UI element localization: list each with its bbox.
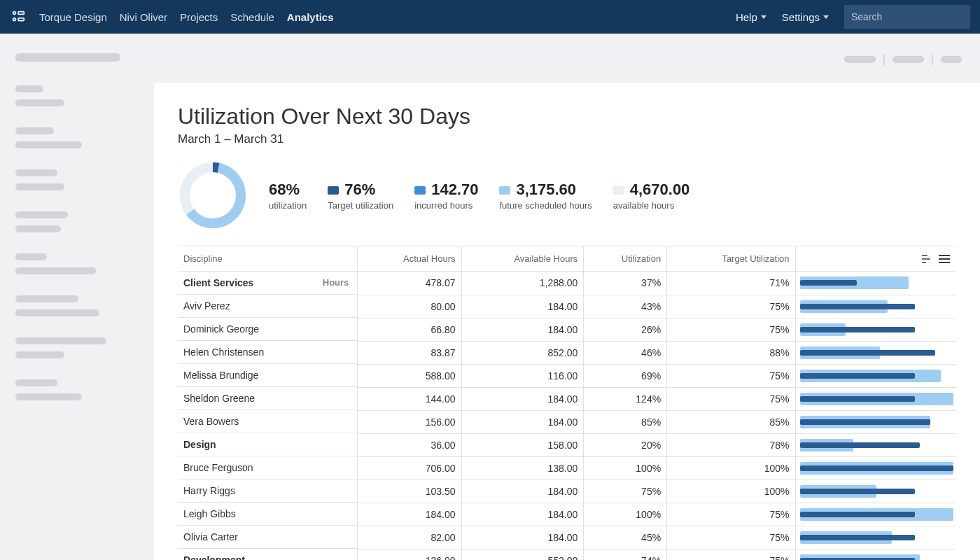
nav-schedule[interactable]: Schedule: [230, 11, 274, 23]
cell-util: 75%: [584, 479, 667, 503]
sidebar-skeleton: [15, 295, 78, 302]
topbar-right: Help Settings: [736, 5, 970, 29]
util-bar: [800, 485, 954, 498]
view-list-icon[interactable]: [938, 254, 951, 264]
table-row[interactable]: Design36.00158.0020%78%: [178, 433, 956, 456]
table-row[interactable]: Melissa Brundige588.00116.0069%75%: [178, 364, 956, 387]
cell-bar: [795, 479, 956, 503]
sidebar-skeleton: [15, 211, 68, 218]
th-utilization[interactable]: Utilization: [584, 246, 667, 272]
help-menu[interactable]: Help: [736, 11, 766, 23]
nav-projects[interactable]: Projects: [180, 11, 218, 23]
utilization-table: Discipline Actual Hours Available Hours …: [178, 246, 956, 560]
sidebar-skeleton: [15, 225, 61, 232]
table-row[interactable]: Bruce Ferguson706.00138.00100%100%: [178, 456, 956, 479]
util-bar: [800, 370, 954, 382]
table-row[interactable]: Aviv Perez80.00184.0043%75%: [178, 295, 956, 318]
cell-actual: 36.00: [358, 433, 461, 456]
row-name: Vera Bowers: [183, 416, 239, 427]
breadcrumb-separator: |: [883, 53, 886, 66]
table-row[interactable]: Olivia Carter82.00184.0045%75%: [178, 526, 956, 549]
cell-bar: [795, 295, 956, 318]
help-label: Help: [736, 11, 757, 23]
cell-available: 552.00: [461, 549, 584, 560]
main-area: | | Utilization Over Next 30 Days March …: [154, 34, 980, 560]
cell-name: Client ServicesHours: [178, 272, 357, 295]
cell-target: 71%: [667, 272, 795, 295]
th-available[interactable]: Available Hours: [461, 246, 584, 272]
nav-brand[interactable]: Torque Design: [39, 11, 107, 23]
row-name: Olivia Carter: [183, 531, 238, 542]
cell-bar: [795, 433, 956, 456]
search-input[interactable]: [851, 11, 963, 22]
util-bar: [800, 393, 954, 405]
row-name: Sheldon Greene: [183, 393, 255, 404]
cell-target: 75%: [667, 549, 795, 560]
stat-label: utilization: [269, 200, 307, 211]
table-row[interactable]: Dominick George66.80184.0026%75%: [178, 318, 956, 341]
util-bar: [800, 508, 954, 521]
cell-target: 75%: [667, 387, 795, 410]
util-bar: [800, 439, 954, 451]
sidebar-skeleton: [15, 253, 47, 260]
cell-available: 138.00: [461, 456, 584, 479]
cell-util: 100%: [584, 456, 667, 479]
view-compact-icon[interactable]: [921, 254, 934, 264]
cell-available: 158.00: [461, 433, 584, 456]
cell-name: Leigh Gibbs: [178, 503, 357, 526]
cell-actual: 184.00: [358, 503, 461, 526]
stat-incurred: 142.70 incurred hours: [414, 181, 478, 211]
th-discipline[interactable]: Discipline: [178, 246, 358, 272]
cell-actual: 588.00: [358, 364, 461, 387]
cell-util: 26%: [584, 318, 667, 341]
brand-icon[interactable]: [10, 8, 27, 25]
cell-bar: [795, 410, 956, 433]
cell-available: 184.00: [461, 410, 584, 433]
cell-bar: [795, 341, 956, 364]
util-bar: [800, 323, 954, 336]
row-name: Design: [183, 439, 216, 450]
th-actual[interactable]: Actual Hours: [358, 246, 461, 272]
table-row[interactable]: Harry Riggs103.50184.0075%100%: [178, 479, 956, 503]
table-row[interactable]: Leigh Gibbs184.00184.00100%75%: [178, 503, 956, 526]
nav-user[interactable]: Nivi Oliver: [120, 11, 167, 23]
cell-actual: 144.00: [358, 387, 461, 410]
settings-menu[interactable]: Settings: [782, 11, 829, 23]
table-row[interactable]: Sheldon Greene144.00184.00124%75%: [178, 387, 956, 410]
sidebar-skeleton: [15, 127, 54, 134]
th-target[interactable]: Target Utilization: [667, 246, 795, 272]
chevron-down-icon: [761, 15, 766, 19]
cell-util: 20%: [584, 433, 667, 456]
row-name: Dominick George: [183, 323, 259, 335]
cell-available: 184.00: [461, 479, 584, 503]
cell-name: Vera Bowers: [178, 410, 357, 433]
table-row[interactable]: Helen Christensen83.87852.0046%88%: [178, 341, 956, 364]
util-bar: [800, 416, 954, 428]
swatch-icon: [499, 186, 510, 195]
stat-value: 3,175.60: [516, 181, 576, 199]
stat-utilization: 68% utilization: [269, 181, 307, 211]
cell-util: 43%: [584, 295, 667, 318]
sidebar-skeleton: [15, 99, 64, 106]
table-row[interactable]: Client ServicesHours478.071,288.0037%71%: [178, 272, 956, 295]
cell-target: 75%: [667, 318, 795, 341]
table-row[interactable]: Vera Bowers156.00184.0085%85%: [178, 410, 956, 433]
table-row[interactable]: Development136.00552.0074%75%: [178, 549, 956, 560]
cell-target: 100%: [667, 479, 795, 503]
breadcrumb-skeleton: [892, 56, 924, 63]
search-box[interactable]: [844, 5, 970, 29]
cell-bar: [795, 456, 956, 479]
cell-actual: 478.07: [358, 272, 461, 295]
util-bar: [800, 300, 954, 313]
nav-analytics[interactable]: Analytics: [287, 11, 334, 23]
sidebar-skeleton: [15, 337, 106, 344]
breadcrumb: | |: [154, 53, 980, 83]
stat-label: Target utilization: [328, 200, 393, 211]
page-subtitle: March 1 – March 31: [178, 132, 956, 146]
stat-value: 76%: [344, 181, 375, 199]
cell-util: 124%: [584, 387, 667, 410]
sidebar-skeleton: [15, 183, 64, 190]
top-navbar: Torque Design Nivi Oliver Projects Sched…: [0, 0, 980, 34]
cell-name: Sheldon Greene: [178, 387, 357, 410]
cell-target: 75%: [667, 503, 795, 526]
